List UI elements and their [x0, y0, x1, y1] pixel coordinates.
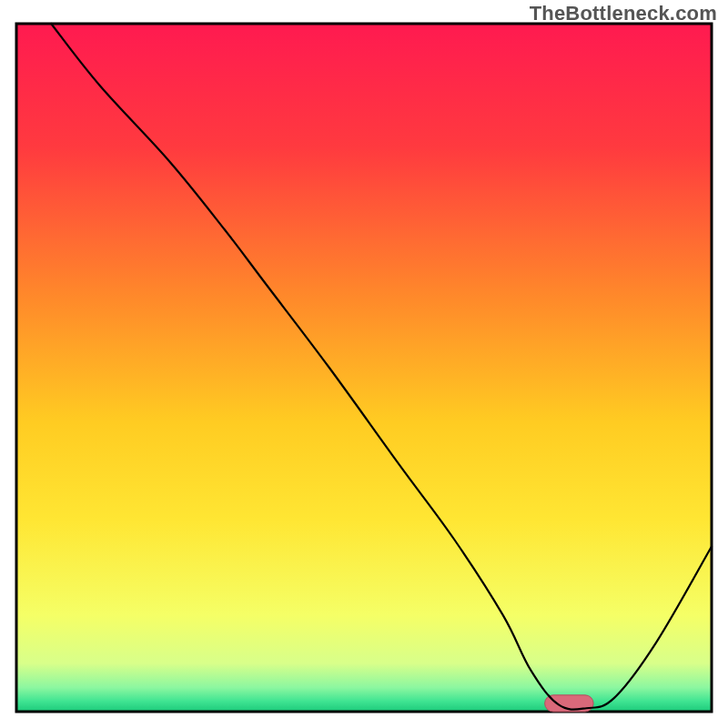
watermark-text: TheBottleneck.com	[530, 2, 717, 25]
bottleneck-chart: TheBottleneck.com	[0, 0, 728, 728]
chart-background	[16, 24, 712, 712]
chart-canvas	[0, 0, 728, 728]
